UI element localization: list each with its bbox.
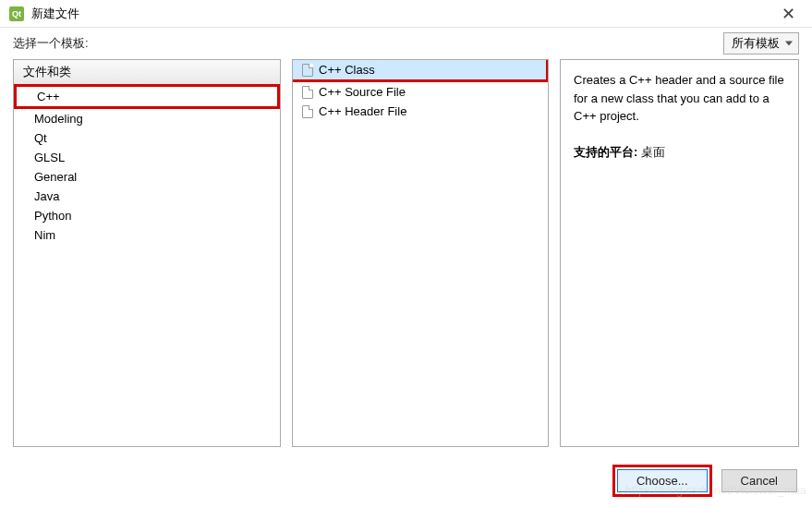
columns: 文件和类 C++ Modeling Qt GLSL General Java P… bbox=[0, 59, 812, 456]
template-item-label: C++ Source File bbox=[319, 85, 406, 99]
category-header: 文件和类 bbox=[14, 60, 280, 85]
button-row: Choose... Cancel bbox=[612, 465, 797, 497]
category-item-label: General bbox=[34, 170, 77, 184]
category-item-label: C++ bbox=[37, 90, 60, 103]
category-item-label: Nim bbox=[34, 228, 55, 242]
prompt-label: 选择一个模板: bbox=[13, 35, 89, 52]
platform-label: 支持的平台: bbox=[574, 145, 637, 159]
category-item-label: GLSL bbox=[34, 151, 65, 164]
category-item-general[interactable]: General bbox=[14, 167, 280, 187]
file-icon bbox=[302, 64, 313, 77]
category-item-python[interactable]: Python bbox=[14, 206, 280, 225]
template-list: C++ Class C++ Source File C++ Header Fil… bbox=[292, 59, 549, 447]
template-item-label: C++ Header File bbox=[319, 104, 406, 118]
topbar: 选择一个模板: 所有模板 bbox=[0, 28, 812, 59]
category-item-glsl[interactable]: GLSL bbox=[14, 148, 280, 167]
category-item-nim[interactable]: Nim bbox=[14, 225, 280, 245]
category-item-label: Python bbox=[34, 209, 71, 223]
category-item-label: Modeling bbox=[34, 112, 83, 126]
chevron-down-icon bbox=[785, 42, 793, 46]
category-item-qt[interactable]: Qt bbox=[14, 128, 280, 148]
title-bar: Qt 新建文件 ✕ bbox=[0, 0, 812, 28]
category-item-label: Java bbox=[34, 189, 59, 203]
window-title: 新建文件 bbox=[31, 6, 79, 22]
close-icon[interactable]: ✕ bbox=[774, 2, 803, 26]
cancel-button[interactable]: Cancel bbox=[721, 469, 797, 492]
template-item-cpp-class[interactable]: C++ Class bbox=[293, 60, 546, 79]
template-item-label: C++ Class bbox=[319, 63, 375, 77]
choose-button[interactable]: Choose... bbox=[617, 469, 708, 492]
file-icon bbox=[302, 86, 313, 99]
template-item-cpp-header[interactable]: C++ Header File bbox=[293, 102, 548, 121]
category-item-modeling[interactable]: Modeling bbox=[14, 109, 280, 128]
template-filter-value: 所有模板 bbox=[732, 36, 780, 50]
category-item-java[interactable]: Java bbox=[14, 187, 280, 206]
category-item-label: Qt bbox=[34, 131, 47, 145]
template-filter-dropdown[interactable]: 所有模板 bbox=[723, 32, 799, 54]
template-item-cpp-source[interactable]: C++ Source File bbox=[293, 82, 548, 102]
category-item-cpp[interactable]: C++ bbox=[17, 87, 272, 106]
description-panel: Creates a C++ header and a source file f… bbox=[560, 59, 799, 447]
category-list: 文件和类 C++ Modeling Qt GLSL General Java P… bbox=[13, 59, 281, 447]
app-icon: Qt bbox=[9, 6, 24, 21]
description-text: Creates a C++ header and a source file f… bbox=[574, 71, 785, 126]
platform-value: 桌面 bbox=[641, 145, 665, 159]
file-icon bbox=[302, 105, 313, 118]
